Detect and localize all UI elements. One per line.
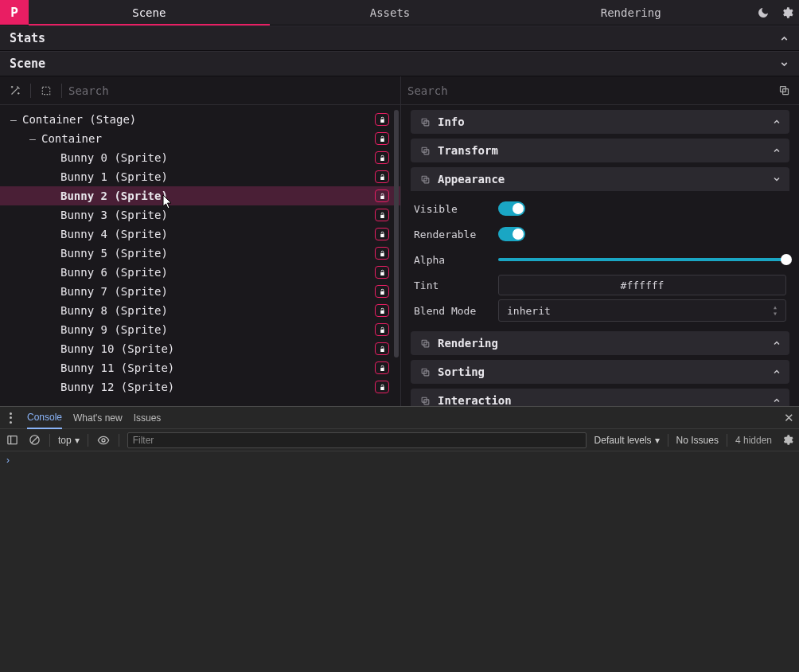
tree-row[interactable]: Bunny 1 (Sprite) [0, 167, 400, 186]
properties-search-input[interactable] [407, 84, 646, 97]
lock-button[interactable] [375, 342, 389, 355]
tree-label: Bunny 0 (Sprite) [60, 151, 168, 164]
copy-icon [419, 115, 431, 128]
tree-label: Bunny 5 (Sprite) [60, 247, 168, 260]
section-appearance[interactable]: Appearance [411, 167, 789, 191]
lock-button[interactable] [375, 266, 389, 279]
unlock-icon [375, 247, 389, 260]
scene-search-input[interactable] [68, 84, 394, 97]
settings-icon[interactable] [775, 0, 799, 25]
tree-row[interactable]: Bunny 5 (Sprite) [0, 244, 400, 263]
renderable-toggle[interactable] [498, 227, 525, 241]
section-sorting-title: Sorting [438, 365, 766, 378]
collapse-icon[interactable]: — [27, 133, 38, 144]
alpha-slider[interactable] [498, 252, 786, 267]
devtools-tab-whatsnew[interactable]: What's new [73, 408, 123, 428]
context-selector[interactable]: top ▾ [58, 435, 80, 446]
tree-row[interactable]: Bunny 10 (Sprite) [0, 339, 400, 358]
app-logo-letter: P [10, 5, 18, 20]
tree-row[interactable]: —Container [0, 129, 400, 148]
dropdown-caret-icon: ▾ [75, 435, 80, 446]
section-sorting[interactable]: Sorting [411, 360, 789, 384]
lock-button[interactable] [375, 247, 389, 260]
log-levels-selector[interactable]: Default levels ▾ [594, 435, 660, 446]
chevron-up-icon [772, 146, 781, 155]
gear-icon[interactable] [780, 433, 794, 447]
scrollbar[interactable] [394, 110, 399, 401]
lock-button[interactable] [375, 285, 389, 298]
wand-icon[interactable] [6, 82, 24, 100]
tint-input[interactable]: #ffffff [498, 275, 786, 295]
tree-row[interactable]: Bunny 2 (Sprite) [0, 186, 400, 205]
section-info-title: Info [438, 115, 766, 128]
tab-assets-label: Assets [370, 6, 411, 19]
tree-label: Bunny 12 (Sprite) [60, 381, 174, 393]
lock-button[interactable] [375, 361, 389, 374]
properties-panel: Info Transform Appearance Visible [401, 76, 799, 406]
panel-scene-header[interactable]: Scene [0, 51, 799, 76]
lock-button[interactable] [375, 228, 389, 240]
lock-button[interactable] [375, 113, 389, 126]
lock-button[interactable] [375, 323, 389, 336]
prop-renderable: Renderable [414, 221, 786, 247]
tree-row[interactable]: Bunny 3 (Sprite) [0, 205, 400, 225]
more-icon[interactable] [5, 412, 16, 424]
devtools-tab-issues[interactable]: Issues [134, 408, 162, 428]
theme-toggle-icon[interactable] [751, 0, 775, 25]
tree-row[interactable]: Bunny 8 (Sprite) [0, 301, 400, 320]
chevron-up-icon [772, 117, 781, 127]
tree-row[interactable]: Bunny 11 (Sprite) [0, 358, 400, 377]
console-body[interactable]: › [0, 451, 799, 469]
console-filter-input[interactable] [127, 432, 587, 448]
lock-button[interactable] [375, 132, 389, 145]
tab-scene[interactable]: Scene [29, 0, 270, 25]
lock-button[interactable] [375, 189, 389, 202]
select-updown-icon: ▴▾ [773, 304, 778, 317]
unlock-icon [375, 266, 389, 279]
copy-icon[interactable] [775, 82, 793, 100]
tab-rendering[interactable]: Rendering [510, 0, 751, 25]
close-icon[interactable]: ✕ [784, 411, 794, 425]
toolbar-divider [61, 84, 62, 98]
lock-button[interactable] [375, 209, 389, 221]
eye-icon[interactable] [96, 433, 111, 447]
prop-tint: Tint #ffffff [414, 272, 786, 298]
lock-button[interactable] [375, 304, 389, 317]
tree-row[interactable]: Bunny 12 (Sprite) [0, 377, 400, 397]
blend-mode-select[interactable]: inherit ▴▾ [498, 299, 786, 322]
tree-row[interactable]: —Container (Stage) [0, 110, 400, 129]
tree-label: Bunny 11 (Sprite) [60, 361, 174, 374]
console-prompt-icon: › [6, 455, 10, 466]
lock-button[interactable] [375, 381, 389, 393]
visible-toggle[interactable] [498, 201, 525, 216]
tree-row[interactable]: Bunny 4 (Sprite) [0, 225, 400, 244]
tree-row[interactable]: Bunny 6 (Sprite) [0, 263, 400, 282]
tree-label: Bunny 4 (Sprite) [60, 228, 168, 240]
prop-blend-mode: Blend Mode inherit ▴▾ [414, 298, 786, 323]
section-rendering[interactable]: Rendering [411, 331, 789, 355]
properties-toolbar [401, 76, 799, 105]
lock-button[interactable] [375, 170, 389, 183]
toolbar-divider [88, 434, 88, 447]
workspace: —Container (Stage)—ContainerBunny 0 (Spr… [0, 76, 799, 406]
section-interaction[interactable]: Interaction [411, 389, 789, 406]
tree-row[interactable]: Bunny 7 (Sprite) [0, 282, 400, 301]
collapse-icon[interactable]: — [8, 114, 19, 125]
tab-assets[interactable]: Assets [270, 0, 511, 25]
section-transform[interactable]: Transform [411, 139, 789, 162]
section-info[interactable]: Info [411, 110, 789, 134]
dropdown-caret-icon: ▾ [655, 435, 660, 446]
copy-icon [419, 337, 431, 350]
clear-console-icon[interactable] [27, 433, 41, 447]
prop-alpha: Alpha [414, 247, 786, 272]
select-box-icon[interactable] [37, 82, 55, 100]
devtools-tab-console[interactable]: Console [27, 407, 62, 429]
sidebar-toggle-icon[interactable] [5, 433, 19, 447]
lock-button[interactable] [375, 151, 389, 164]
tree-label: Bunny 2 (Sprite) [60, 189, 168, 202]
tree-row[interactable]: Bunny 9 (Sprite) [0, 320, 400, 339]
tree-row[interactable]: Bunny 0 (Sprite) [0, 148, 400, 167]
panel-stats-header[interactable]: Stats [0, 25, 799, 51]
copy-icon [419, 173, 431, 186]
svg-rect-0 [42, 87, 49, 94]
